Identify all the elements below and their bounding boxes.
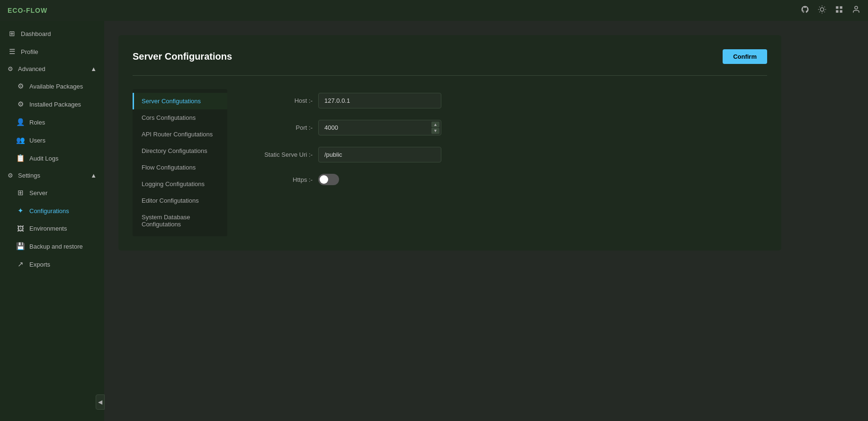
port-wrapper: ▲ ▼ (318, 120, 441, 135)
sidebar-item-exports[interactable]: ↗ Exports (0, 255, 104, 273)
svg-line-4 (824, 12, 825, 12)
sidebar-item-backup-restore[interactable]: 💾 Backup and restore (0, 237, 104, 255)
available-packages-icon: ⚙ (16, 82, 25, 90)
settings-icon: ⚙ (8, 172, 13, 179)
https-row: Https :- (246, 174, 767, 185)
sidebar-item-users[interactable]: 👥 Users (0, 131, 104, 149)
port-input[interactable] (318, 120, 441, 135)
sidebar-item-configurations[interactable]: ✦ Configurations (0, 202, 104, 220)
menu-item-directory-config[interactable]: Directory Configutations (133, 143, 227, 159)
svg-rect-10 (840, 6, 842, 9)
sidebar-item-available-packages[interactable]: ⚙ Available Packages (0, 77, 104, 95)
svg-line-3 (819, 7, 820, 7)
static-serve-uri-input[interactable] (318, 147, 441, 162)
environments-icon: 🖼 (16, 224, 25, 233)
svg-line-8 (824, 7, 825, 7)
port-down-button[interactable]: ▼ (431, 128, 439, 134)
configurations-icon: ✦ (16, 206, 25, 215)
host-label: Host :- (246, 97, 313, 104)
config-form: Host :- Port :- ▲ ▼ (246, 89, 767, 236)
advanced-sub-menu: ⚙ Available Packages ⚙ Installed Package… (0, 77, 104, 167)
menu-item-sysdb-config[interactable]: System Database Configutations (133, 209, 227, 233)
confirm-button[interactable]: Confirm (723, 49, 767, 64)
sidebar-item-roles[interactable]: 👤 Roles (0, 113, 104, 131)
roles-icon: 👤 (16, 118, 25, 126)
svg-rect-11 (836, 10, 838, 13)
svg-rect-9 (836, 6, 838, 9)
audit-logs-icon: 📋 (16, 154, 25, 162)
sidebar-group-settings[interactable]: ⚙ Settings ▲ (0, 167, 104, 184)
page-title: Server Configurations (133, 51, 232, 62)
sidebar-item-server[interactable]: ⊞ Server (0, 184, 104, 202)
port-row: Port :- ▲ ▼ (246, 120, 767, 135)
port-up-button[interactable]: ▲ (431, 121, 439, 127)
advanced-icon: ⚙ (8, 65, 13, 72)
divider (133, 75, 767, 76)
static-serve-uri-label: Static Serve Uri :- (246, 151, 313, 158)
host-row: Host :- (246, 93, 767, 108)
sidebar: ⊞ Dashboard ☰ Profile ⚙ Advanced ▲ ⚙ Ava… (0, 21, 104, 421)
menu-item-logging-config[interactable]: Logging Configutations (133, 176, 227, 192)
host-input[interactable] (318, 93, 441, 108)
users-icon: 👥 (16, 136, 25, 144)
body-area: ⊞ Dashboard ☰ Profile ⚙ Advanced ▲ ⚙ Ava… (0, 21, 868, 421)
brand-logo: ECO-FLOW (8, 7, 47, 14)
https-label: Https :- (246, 176, 313, 183)
user-icon[interactable] (852, 5, 860, 16)
sidebar-group-advanced[interactable]: ⚙ Advanced ▲ (0, 61, 104, 77)
dashboard-icon: ⊞ (8, 29, 16, 38)
main-content: Server Configurations Confirm Server Con… (104, 21, 868, 421)
port-arrows: ▲ ▼ (431, 121, 439, 134)
chevron-up-icon-settings: ▲ (90, 172, 97, 179)
svg-rect-12 (840, 10, 842, 13)
sidebar-collapse-button[interactable]: ◀ (96, 394, 105, 410)
installed-packages-icon: ⚙ (16, 100, 25, 108)
config-panel: Server Configurations Confirm Server Con… (118, 35, 781, 251)
menu-item-api-router-config[interactable]: API Router Configutations (133, 126, 227, 143)
backup-icon: 💾 (16, 242, 25, 251)
toggle-slider (318, 174, 339, 185)
settings-sub-menu: ⊞ Server ✦ Configurations 🖼 Environments… (0, 184, 104, 273)
topbar-icons (801, 5, 860, 16)
static-serve-uri-row: Static Serve Uri :- (246, 147, 767, 162)
config-panel-header: Server Configurations Confirm (133, 49, 767, 64)
sidebar-item-installed-packages[interactable]: ⚙ Installed Packages (0, 95, 104, 113)
sidebar-item-dashboard[interactable]: ⊞ Dashboard (0, 25, 104, 43)
https-toggle[interactable] (318, 174, 339, 185)
chevron-up-icon: ▲ (90, 65, 97, 72)
sidebar-item-audit-logs[interactable]: 📋 Audit Logs (0, 149, 104, 167)
config-body: Server Configutations Cors Configutation… (133, 89, 767, 236)
svg-point-0 (820, 8, 824, 11)
port-label: Port :- (246, 124, 313, 131)
config-menu: Server Configutations Cors Configutation… (133, 89, 227, 236)
server-icon: ⊞ (16, 188, 25, 197)
topbar: ECO-FLOW (0, 0, 868, 21)
menu-item-cors-config[interactable]: Cors Configutations (133, 109, 227, 126)
menu-item-server-config[interactable]: Server Configutations (133, 93, 227, 109)
menu-item-editor-config[interactable]: Editor Configutations (133, 192, 227, 209)
profile-icon: ☰ (8, 47, 16, 56)
exports-icon: ↗ (16, 260, 25, 269)
sidebar-item-profile[interactable]: ☰ Profile (0, 43, 104, 61)
sun-icon[interactable] (818, 5, 826, 16)
sidebar-item-environments[interactable]: 🖼 Environments (0, 220, 104, 237)
grid-icon[interactable] (835, 5, 843, 16)
menu-item-flow-config[interactable]: Flow Configutations (133, 159, 227, 176)
svg-line-7 (819, 12, 820, 12)
github-icon[interactable] (801, 5, 809, 16)
svg-point-13 (855, 6, 858, 9)
